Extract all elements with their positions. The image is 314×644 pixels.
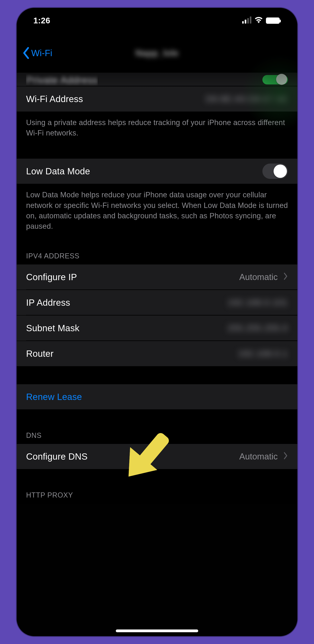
group-renew-lease: Renew Lease bbox=[17, 384, 297, 410]
row-ip-address: IP Address 192.168.0.101 bbox=[17, 290, 297, 316]
phone-frame: 1:26 Wi-Fi Napp_lole bbox=[17, 8, 297, 636]
row-low-data[interactable]: Low Data Mode bbox=[17, 159, 297, 184]
wifi-address-label: Wi-Fi Address bbox=[26, 94, 83, 104]
footer-private-address: Using a private address helps reduce tra… bbox=[17, 112, 297, 147]
private-address-toggle[interactable] bbox=[262, 75, 288, 84]
screen: 1:26 Wi-Fi Napp_lole bbox=[17, 8, 297, 636]
back-label: Wi-Fi bbox=[31, 48, 52, 58]
cellular-signal-icon bbox=[242, 18, 251, 24]
header-ipv4: IPV4 ADDRESS bbox=[17, 240, 297, 264]
row-renew-lease[interactable]: Renew Lease bbox=[17, 384, 297, 410]
nav-header: Wi-Fi Napp_lole bbox=[17, 34, 297, 73]
configure-ip-label: Configure IP bbox=[26, 272, 77, 282]
low-data-label: Low Data Mode bbox=[26, 166, 90, 176]
configure-dns-value: Automatic bbox=[239, 452, 278, 462]
private-address-label: Private Address bbox=[26, 74, 98, 86]
status-time: 1:26 bbox=[33, 16, 50, 25]
router-value: 192.168.0.1 bbox=[238, 349, 288, 358]
subnet-mask-label: Subnet Mask bbox=[26, 323, 79, 334]
battery-icon bbox=[266, 18, 280, 24]
row-router: Router 192.168.0.1 bbox=[17, 341, 297, 366]
chevron-right-icon bbox=[280, 272, 288, 282]
configure-dns-label: Configure DNS bbox=[26, 451, 87, 462]
header-dns: DNS bbox=[17, 410, 297, 444]
configure-ip-value: Automatic bbox=[239, 272, 278, 282]
ip-address-value: 192.168.0.101 bbox=[228, 298, 288, 308]
back-button[interactable]: Wi-Fi bbox=[22, 47, 52, 59]
subnet-mask-value: 255.255.255.0 bbox=[228, 323, 288, 333]
group-low-data: Low Data Mode bbox=[17, 159, 297, 184]
footer-low-data: Low Data Mode helps reduce your iPhone d… bbox=[17, 184, 297, 240]
row-private-address[interactable]: Private Address bbox=[17, 73, 297, 86]
status-bar: 1:26 bbox=[17, 8, 297, 34]
row-configure-ip[interactable]: Configure IP Automatic bbox=[17, 264, 297, 290]
home-indicator[interactable] bbox=[116, 630, 198, 632]
header-http-proxy: HTTP PROXY bbox=[17, 470, 297, 504]
wifi-icon bbox=[255, 16, 263, 25]
low-data-toggle[interactable] bbox=[262, 164, 288, 179]
content-scroll[interactable]: Private Address Wi-Fi Address D6:8E:A0:D… bbox=[17, 73, 297, 636]
row-configure-dns[interactable]: Configure DNS Automatic bbox=[17, 444, 297, 470]
chevron-right-icon bbox=[280, 451, 288, 462]
nav-title: Napp_lole bbox=[135, 48, 179, 58]
router-label: Router bbox=[26, 348, 53, 359]
group-private-address: Private Address Wi-Fi Address D6:8E:A0:D… bbox=[17, 73, 297, 112]
ip-address-label: IP Address bbox=[26, 297, 70, 308]
group-ipv4: Configure IP Automatic IP Address 192.16… bbox=[17, 264, 297, 366]
section-gap bbox=[17, 366, 297, 384]
status-right bbox=[242, 16, 280, 25]
wifi-address-value: D6:8E:A0:D8:67:9E bbox=[206, 94, 288, 104]
group-dns: Configure DNS Automatic bbox=[17, 444, 297, 470]
renew-lease-label: Renew Lease bbox=[26, 392, 82, 402]
row-subnet-mask: Subnet Mask 255.255.255.0 bbox=[17, 316, 297, 341]
row-wifi-address: Wi-Fi Address D6:8E:A0:D8:67:9E bbox=[17, 86, 297, 112]
section-gap bbox=[17, 147, 297, 159]
